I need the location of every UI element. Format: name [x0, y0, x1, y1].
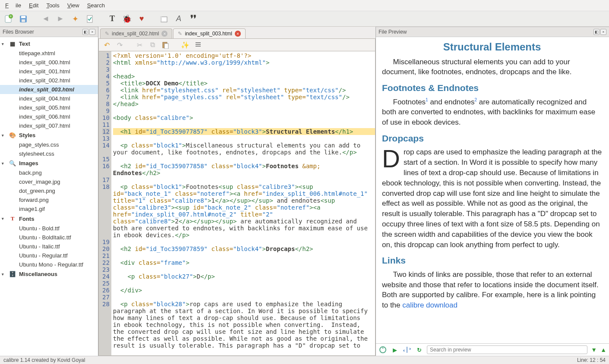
category-fonts[interactable]: ▾TFonts	[0, 213, 98, 224]
beautify-icon[interactable]: ✨	[181, 41, 189, 49]
category-text[interactable]: ▾▦Text	[0, 39, 98, 49]
play-icon[interactable]: ▶	[391, 345, 399, 354]
file-item[interactable]: dot_green.png	[0, 186, 98, 195]
svg-rect-4	[21, 16, 25, 18]
file-item[interactable]: index_split_005.html	[0, 103, 98, 112]
close-panel-icon[interactable]: ×	[89, 29, 95, 35]
close-tab-icon[interactable]: ×	[235, 31, 241, 37]
file-item[interactable]: page_styles.css	[0, 140, 98, 149]
panel-title-files: Files Browser ◧×	[0, 27, 98, 37]
text-icon[interactable]: T	[107, 14, 117, 24]
file-item[interactable]: back.png	[0, 168, 98, 177]
refresh-icon[interactable]: ↻	[415, 345, 423, 354]
file-item[interactable]: cover_image.jpg	[0, 177, 98, 186]
file-item[interactable]: Ubuntu - Bold.ttf	[0, 224, 98, 233]
svg-rect-7	[161, 17, 167, 22]
svg-rect-5	[22, 19, 25, 22]
preview-p3: Drop caps are used to emphasize the lead…	[382, 147, 602, 250]
quote-icon[interactable]: ❜❜	[188, 14, 199, 24]
editor-tabs: ✎index_split_002.html×✎index_split_003.h…	[98, 27, 375, 38]
statusbar: calibre 1.14 created by Kovid Goyal Line…	[0, 356, 609, 364]
status-right: Line: 12 : 54	[577, 357, 606, 363]
undock-preview-icon[interactable]: ◧	[593, 29, 600, 35]
file-item[interactable]: Ubuntu - Italic.ttf	[0, 242, 98, 251]
search-next-icon[interactable]: ▼	[591, 346, 597, 353]
main-toolbar: + ◄ ► ✦ T 🐞 ♥ A ❜❜	[0, 11, 609, 27]
paste-icon[interactable]	[161, 41, 170, 49]
file-preview-title: File Preview	[379, 29, 407, 35]
menu-tools[interactable]: Tools	[43, 1, 63, 10]
file-item[interactable]: index_split_003.html	[0, 85, 98, 94]
menu-file[interactable]: File	[2, 1, 25, 10]
editor-tab[interactable]: ✎index_split_003.html×	[173, 28, 245, 38]
file-item[interactable]: Ubuntu - Regular.ttf	[0, 251, 98, 260]
files-browser-title: Files Browser	[3, 29, 34, 35]
file-item[interactable]: image1.gif	[0, 204, 98, 213]
preview-panel: File Preview ◧× Structural Elements Misc…	[376, 27, 609, 356]
preview-p4: Two kinds of links are possible, those t…	[382, 270, 602, 311]
redo-icon[interactable]: ↷	[115, 41, 124, 49]
preview-h2-links: Links	[382, 254, 602, 267]
category-miscellaneous[interactable]: ▾🗄️Miscellaneous	[0, 269, 98, 279]
editor-toolbar: ↶ ↷ ✂ ⧉ ✨	[98, 38, 375, 51]
back-icon[interactable]: ◄	[41, 14, 51, 24]
svg-rect-9	[164, 44, 168, 49]
file-item[interactable]: forward.png	[0, 195, 98, 204]
save-icon[interactable]	[18, 14, 28, 24]
menu-edit[interactable]: Edit	[25, 1, 42, 10]
svg-text:+: +	[9, 14, 12, 19]
font-metrics-icon[interactable]: A	[174, 14, 184, 24]
file-item[interactable]: index_split_001.html	[0, 67, 98, 76]
editor-panel: ✎index_split_002.html×✎index_split_003.h…	[98, 27, 376, 356]
book-icon[interactable]	[159, 14, 169, 24]
undo-icon[interactable]: ↶	[102, 41, 111, 49]
file-item[interactable]: Ubuntu - BoldItalic.ttf	[0, 233, 98, 242]
category-images[interactable]: ▾🔍Images	[0, 158, 98, 168]
file-item[interactable]: index_split_006.html	[0, 112, 98, 121]
new-file-icon[interactable]: +	[3, 14, 14, 24]
file-item[interactable]: index_split_004.html	[0, 94, 98, 103]
close-preview-icon[interactable]: ×	[600, 29, 606, 35]
file-item[interactable]: index_split_007.html	[0, 121, 98, 130]
preview-h1: Structural Elements	[382, 40, 602, 54]
editor-tab[interactable]: ✎index_split_002.html×	[100, 28, 172, 38]
split-icon[interactable]	[403, 345, 411, 354]
file-item[interactable]: index_split_002.html	[0, 76, 98, 85]
menu-view[interactable]: View	[64, 1, 83, 10]
files-tree[interactable]: ▾▦Texttitlepage.xhtmlindex_split_000.htm…	[0, 37, 98, 356]
file-item[interactable]: stylesheet.css	[0, 149, 98, 158]
file-item[interactable]: Ubuntu Mono - Regular.ttf	[0, 260, 98, 269]
preview-h2-footnotes: Footnotes & Endnotes	[382, 82, 602, 94]
bug-icon[interactable]: 🐞	[122, 14, 132, 24]
code-editor[interactable]: 1234567891011121314151617181920212223242…	[98, 51, 375, 356]
preview-toolbar: ▶ ↻ ▼ ▲	[376, 343, 609, 356]
search-prev-icon[interactable]: ▲	[600, 346, 606, 353]
status-left: calibre 1.14 created by Kovid Goyal	[3, 357, 85, 363]
cut-icon[interactable]: ✂	[135, 41, 144, 49]
category-styles[interactable]: ▾🎨Styles	[0, 130, 98, 140]
panel-title-preview: File Preview ◧×	[376, 27, 609, 37]
copy-icon[interactable]: ⧉	[148, 41, 157, 49]
forward-icon[interactable]: ►	[55, 14, 66, 24]
file-item[interactable]: index_split_000.html	[0, 58, 98, 67]
preview-search-input[interactable]	[427, 345, 587, 354]
preview-h2-dropcaps: Dropcaps	[382, 132, 602, 144]
heart-icon[interactable]: ♥	[136, 14, 147, 24]
indent-icon[interactable]	[194, 41, 202, 49]
toc-icon[interactable]: ✦	[70, 14, 80, 24]
file-item[interactable]: titlepage.xhtml	[0, 49, 98, 58]
preview-content[interactable]: Structural Elements Miscellaneous struct…	[376, 37, 609, 343]
check-icon[interactable]	[85, 14, 95, 24]
files-browser-panel: Files Browser ◧× ▾▦Texttitlepage.xhtmlin…	[0, 27, 98, 356]
sync-icon[interactable]	[379, 345, 387, 354]
close-tab-icon[interactable]: ×	[161, 31, 167, 37]
preview-p2: Footnotes1 and endnotes2 are automatical…	[382, 97, 602, 128]
preview-p1: Miscellaneous structural elements you ca…	[382, 57, 602, 78]
undock-icon[interactable]: ◧	[82, 29, 88, 35]
menu-search[interactable]: Search	[84, 1, 108, 10]
menubar: File Edit Tools View Search	[0, 0, 609, 11]
preview-download-link[interactable]: calibre download	[402, 301, 458, 309]
